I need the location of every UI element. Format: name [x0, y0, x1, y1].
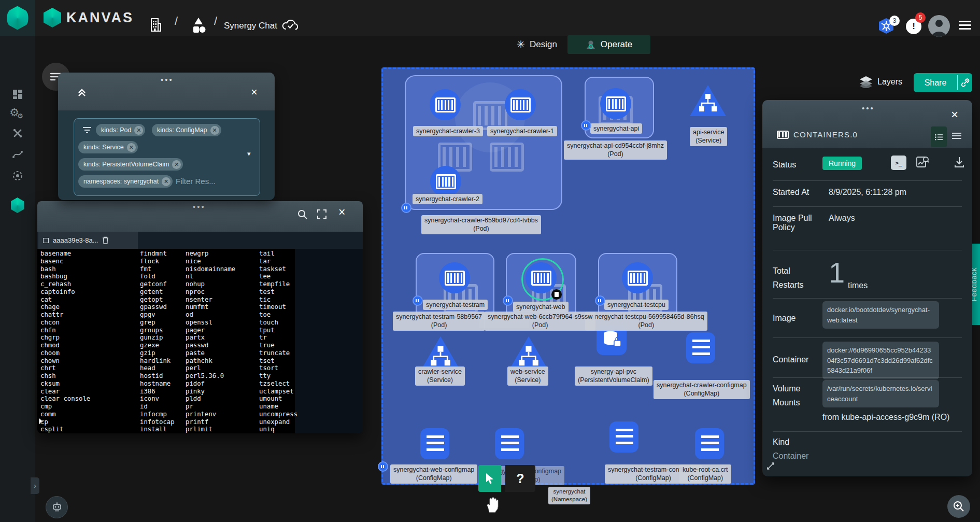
- collapse-icon[interactable]: [77, 87, 87, 97]
- container-icon: [777, 131, 789, 139]
- terminal-column-1: basename basenc bash bashbug c_rehash ca…: [40, 250, 90, 433]
- pod-icon-crawler-3[interactable]: [430, 89, 461, 120]
- terminal-column-2: findmnt flock fmt fold getconf getent ge…: [140, 250, 175, 433]
- pod-icon-crawler-1[interactable]: [505, 89, 536, 120]
- chip-remove-icon[interactable]: ✕: [162, 177, 171, 186]
- sidebar-item-settings[interactable]: ⚙⚙: [0, 106, 35, 119]
- pod-group-api[interactable]: synergychat-api: [585, 77, 654, 138]
- sidebar-item-toolbox[interactable]: [0, 128, 35, 138]
- total-restarts-label: Total Restarts: [773, 264, 804, 292]
- drag-handle-icon[interactable]: •••: [862, 104, 875, 112]
- pod-group-crawler[interactable]: synergychat-crawler-3 synergychat-crawle…: [405, 75, 562, 210]
- chip-remove-icon[interactable]: ✕: [210, 126, 219, 135]
- open-terminal-button[interactable]: >_: [891, 156, 906, 170]
- chip-remove-icon[interactable]: ✕: [172, 160, 181, 169]
- image-value[interactable]: docker.io/bootdotdev/synergychat-web:lat…: [822, 301, 939, 329]
- tab-design[interactable]: ✳ Design: [517, 38, 557, 50]
- drag-handle-icon[interactable]: •••: [193, 202, 206, 211]
- label-line: Restarts: [773, 280, 804, 289]
- pod-icon-testram[interactable]: [439, 262, 470, 293]
- configmap-icon-web[interactable]: [420, 428, 449, 459]
- image-pull-policy-label: Image Pull Policy: [773, 214, 812, 232]
- service-icon-api[interactable]: [688, 83, 728, 118]
- image-inspect-button[interactable]: [916, 156, 929, 169]
- sidebar-expand-handle[interactable]: ›: [31, 477, 39, 494]
- menu-icon[interactable]: [959, 19, 971, 32]
- pointer-tool-button-active[interactable]: [478, 465, 501, 492]
- design-swirl-icon: ✳: [517, 38, 525, 50]
- close-icon[interactable]: ×: [251, 86, 258, 99]
- pod-icon-testcpu[interactable]: [622, 262, 653, 293]
- namespace-badge-icon[interactable]: [378, 461, 388, 472]
- configmap-name: kube-root-ca.crt: [683, 466, 728, 473]
- filter-chip[interactable]: kinds: Service✕: [78, 141, 138, 153]
- organization-icon[interactable]: [148, 17, 162, 33]
- details-panel-header[interactable]: ••• × CONTAINERS.0: [762, 100, 972, 148]
- chevron-down-icon[interactable]: ▾: [247, 150, 251, 158]
- pod-label: synergychat-testcpu: [604, 300, 669, 310]
- view-toggle-details-active[interactable]: [931, 126, 947, 147]
- pod-icon-api[interactable]: [600, 88, 631, 119]
- sidebar-item-connections[interactable]: [0, 170, 35, 181]
- deployment-badge-icon[interactable]: [581, 120, 591, 131]
- divider: [773, 250, 962, 250]
- filter-input-box[interactable]: kinds: Pod✕ kinds: ConfigMap✕ kinds: Ser…: [74, 118, 260, 196]
- sidebar-item-dashboard[interactable]: [0, 89, 35, 100]
- chip-remove-icon[interactable]: ✕: [127, 143, 136, 152]
- view-toggle-list[interactable]: [952, 132, 961, 139]
- close-icon[interactable]: ×: [951, 107, 958, 122]
- copy-link-button[interactable]: [958, 73, 972, 92]
- deployment-badge-icon[interactable]: [401, 203, 411, 213]
- configmap-icon-api[interactable]: [495, 428, 524, 459]
- avatar[interactable]: [928, 15, 950, 37]
- terminal-output[interactable]: basename basenc bash bashbug c_rehash ca…: [37, 249, 363, 433]
- filter-panel-header[interactable]: ••• ×: [58, 73, 275, 110]
- close-icon[interactable]: ×: [338, 205, 345, 219]
- meshery-logo-tile[interactable]: [0, 0, 35, 36]
- trash-icon[interactable]: [102, 236, 109, 244]
- download-logs-button[interactable]: [954, 157, 964, 168]
- resize-handle-icon[interactable]: [766, 462, 775, 470]
- configmap-icon-kube-root-ca[interactable]: [695, 428, 724, 459]
- chip-remove-icon[interactable]: ✕: [134, 126, 143, 135]
- search-icon[interactable]: [297, 209, 307, 219]
- pod-group-testram[interactable]: synergychat-testram: [416, 253, 494, 319]
- tool-help-button[interactable]: ?: [505, 465, 535, 492]
- terminal-tab[interactable]: aaaa39e3-8a...: [38, 232, 138, 249]
- sidebar-item-designs[interactable]: [0, 150, 35, 159]
- fullscreen-icon[interactable]: [317, 209, 326, 219]
- volume-mounts-value[interactable]: /var/run/secrets/kubernetes.io/serviceac…: [822, 380, 939, 407]
- deployment-badge-icon[interactable]: [413, 295, 423, 306]
- workspace-shapes-icon[interactable]: [191, 17, 206, 34]
- zoom-in-button[interactable]: [947, 495, 970, 518]
- filter-chip[interactable]: kinds: Pod✕: [96, 124, 145, 136]
- configmap-icon-testram[interactable]: [609, 421, 638, 453]
- pod-group-web-selected[interactable]: synergychat-web: [506, 253, 576, 319]
- pod-icon-crawler-2[interactable]: [430, 166, 461, 197]
- pod-group-testcpu[interactable]: synergychat-testcpu: [598, 253, 677, 319]
- pod-label: synergychat-crawler-1: [487, 126, 557, 136]
- project-name[interactable]: Synergy Chat: [224, 21, 277, 31]
- filter-chip[interactable]: namespaces: synergychat✕: [78, 175, 173, 188]
- pod-label: synergychat-crawler-3: [413, 126, 483, 136]
- terminal-header[interactable]: ••• ×: [37, 201, 363, 232]
- container-value[interactable]: docker://6d96990655cc952b4423304f3c57d66…: [822, 342, 939, 379]
- window-icon: [43, 238, 49, 243]
- filter-chip[interactable]: kinds: ConfigMap✕: [152, 124, 221, 136]
- filter-chip[interactable]: kinds: PersistentVolumeClaim✕: [78, 158, 183, 171]
- namespace-label: synergychat (Namespace): [548, 487, 590, 504]
- sidebar-item-kanvas-active[interactable]: [0, 197, 35, 213]
- tab-operate[interactable]: Operate: [567, 35, 650, 54]
- assistant-robot-button[interactable]: [46, 496, 68, 518]
- deployment-badge-icon[interactable]: [595, 295, 605, 306]
- namespace-synergychat-group[interactable]: synergychat-crawler-3 synergychat-crawle…: [381, 67, 755, 485]
- configmap-icon-crawler[interactable]: [686, 332, 715, 363]
- drag-handle-icon[interactable]: •••: [161, 75, 174, 84]
- container-detail-badge[interactable]: [551, 289, 562, 300]
- layers-button[interactable]: Layers: [859, 76, 902, 88]
- deployment-badge-icon[interactable]: [503, 295, 513, 306]
- link-icon: [961, 78, 970, 87]
- share-button[interactable]: Share: [914, 73, 957, 92]
- resource-kind: (Pod): [424, 224, 538, 233]
- filter-input-placeholder[interactable]: Filter Res...: [176, 177, 216, 186]
